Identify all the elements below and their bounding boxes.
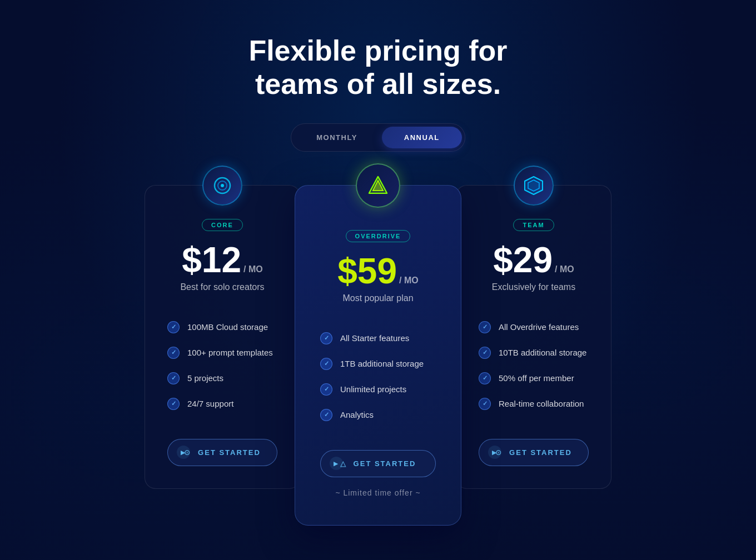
check-icon	[167, 398, 180, 410]
feature-item: All Overdrive features	[479, 314, 589, 340]
svg-marker-6	[528, 180, 539, 191]
check-icon	[167, 347, 180, 359]
overdrive-cta-button[interactable]: ▶ △ GET STARTED	[320, 450, 436, 477]
check-icon	[320, 358, 332, 370]
team-icon	[514, 166, 554, 206]
team-btn-icon: ⊙	[495, 448, 503, 457]
check-icon	[479, 321, 491, 333]
overdrive-price: $59 / MO	[337, 253, 418, 289]
feature-item: 1TB additional storage	[320, 351, 436, 377]
feature-item: 10TB additional storage	[479, 340, 589, 366]
check-icon	[479, 372, 491, 384]
feature-item: 100+ prompt templates	[167, 340, 277, 366]
core-badge: CORE	[202, 219, 243, 231]
core-tagline: Best for solo creators	[180, 282, 264, 292]
overdrive-features: All Starter features 1TB additional stor…	[320, 326, 436, 428]
page-title: Flexible pricing for teams of all sizes.	[248, 34, 507, 101]
overdrive-icon	[356, 163, 400, 208]
pricing-cards: CORE $12 / MO Best for solo creators 100…	[145, 185, 611, 526]
feature-item: Unlimited projects	[320, 377, 436, 402]
overdrive-badge: OVERDRIVE	[346, 230, 411, 242]
feature-item: All Starter features	[320, 326, 436, 351]
feature-item: 24/7 support	[167, 391, 277, 417]
team-features: All Overdrive features 10TB additional s…	[479, 314, 589, 417]
feature-item: Real-time collaboration	[479, 391, 589, 417]
check-icon	[167, 321, 180, 333]
core-plan-card: CORE $12 / MO Best for solo creators 100…	[145, 185, 300, 489]
feature-item: 5 projects	[167, 366, 277, 391]
overdrive-plan-card: OVERDRIVE $59 / MO Most popular plan All…	[295, 185, 461, 526]
core-cta-button[interactable]: ▶ ⊙ GET STARTED	[167, 439, 277, 466]
svg-point-2	[221, 184, 224, 187]
team-badge: TEAM	[513, 219, 554, 231]
core-price: $12 / MO	[182, 242, 262, 278]
core-icon	[202, 166, 242, 206]
core-btn-icon: ⊙	[184, 448, 191, 457]
feature-item: 50% off per member	[479, 366, 589, 391]
check-icon	[167, 372, 180, 384]
monthly-toggle[interactable]: MONTHLY	[294, 127, 380, 148]
team-tagline: Exclusively for teams	[492, 282, 575, 292]
overdrive-btn-icon: △	[340, 459, 347, 468]
feature-item: 100MB Cloud storage	[167, 314, 277, 340]
annual-toggle[interactable]: ANNUAL	[382, 127, 462, 148]
check-icon	[320, 409, 332, 421]
team-cta-button[interactable]: ▶ ⊙ GET STARTED	[479, 439, 589, 466]
check-icon	[479, 398, 491, 410]
team-price: $29 / MO	[493, 242, 574, 278]
overdrive-tagline: Most popular plan	[342, 293, 413, 303]
team-plan-card: TEAM $29 / MO Exclusively for teams All …	[456, 185, 611, 489]
core-features: 100MB Cloud storage 100+ prompt template…	[167, 314, 277, 417]
feature-item: Analytics	[320, 402, 436, 428]
check-icon	[320, 383, 332, 396]
limited-offer-text: ~ Limited time offer ~	[335, 488, 420, 497]
check-icon	[320, 332, 332, 344]
billing-toggle: MONTHLY ANNUAL	[291, 123, 465, 152]
check-icon	[479, 347, 491, 359]
